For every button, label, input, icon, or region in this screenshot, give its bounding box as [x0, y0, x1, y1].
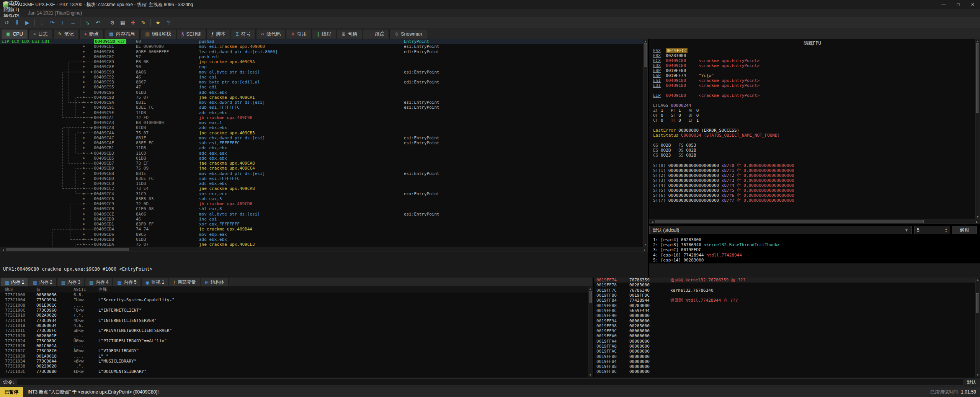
disasm-row[interactable]: ●00409C9F11DBadc ebx,ebx — [0, 110, 643, 115]
dump-tab-memory-3[interactable]: ▦内存 3 — [57, 278, 85, 286]
stack-row[interactable]: 0019FFB800000000 — [594, 364, 975, 369]
disasm-vertical-scrollbar[interactable]: ▲▼ — [643, 39, 648, 247]
comment-button[interactable]: ✎ — [138, 18, 149, 27]
disasm-row[interactable]: ●00409CD183F0 FFxor eax,FFFFFFFF — [0, 222, 643, 227]
register-line[interactable]: EDX 00409C80 <crackme upx.EntryPoint> — [653, 63, 974, 68]
register-line[interactable]: ST(3) 00000000000000000000 x87r3 空 0.000… — [653, 178, 974, 183]
stack-row[interactable]: 0019FF8477428944返回到 ntdll.77428944 自 ??? — [594, 298, 975, 303]
disasm-row[interactable]: ●00409C8DEB 0Bjmp crackme upx.409C9A — [0, 59, 643, 64]
menu-trace[interactable]: 跟踪(T) — [0, 7, 26, 13]
disasm-row[interactable]: ●00409CC011DBadc ebx,ebx — [0, 181, 643, 186]
disasm-row[interactable]: ●00409C9A8B1Emov ebx,dword ptr ds:[esi]e… — [0, 100, 643, 105]
register-line[interactable]: ST(2) 00000000000000000000 x87r2 空 0.000… — [653, 173, 974, 178]
stack-row[interactable]: 0019FF7476786359返回到 kernel32.76786359 自 … — [594, 278, 975, 283]
dump-tab-memory-1[interactable]: ▦内存 1 — [1, 278, 28, 286]
tab-seh[interactable]: §SEH链 — [176, 29, 206, 39]
register-line[interactable]: ESI 00409C80 <crackme upx.EntryPoint> — [653, 78, 974, 83]
tab-threads[interactable]: ∥线程 — [312, 29, 336, 39]
minimize-button[interactable]: — — [936, 0, 951, 9]
register-line[interactable] — [653, 158, 974, 163]
dump-vertical-scrollbar[interactable]: ▲▼ — [588, 287, 593, 377]
register-line[interactable]: ST(0) 00000000000000000000 x87r0 空 0.000… — [653, 163, 974, 168]
dump-tab-memory-4[interactable]: ▦内存 4 — [85, 278, 113, 286]
disasm-row[interactable]: ●00409CB975 09jne crackme upx.409CC4 — [0, 166, 643, 171]
tab-snowman[interactable]: ☃Snowman — [389, 29, 427, 39]
disasm-row[interactable]: ●00409C9246inc esi — [0, 75, 643, 80]
register-line[interactable]: ES 002B DS 002B — [653, 148, 974, 153]
pause-button[interactable]: ‖ — [12, 18, 22, 27]
stack-row[interactable]: 0019FF9000000000 — [594, 313, 975, 318]
dump-tab-watch-1[interactable]: ◉监视 1 — [141, 278, 169, 286]
trace-into-button[interactable]: ↘ — [82, 18, 93, 27]
registers-pane[interactable]: 隐藏FPU EAX 0019FFCCEBX 00283000ECX 00409C… — [649, 39, 975, 219]
disasm-row[interactable]: ●00409C81BE 00904000mov esi,crackme upx.… — [0, 44, 643, 49]
disasm-row[interactable]: ●00409CCE8A06mov al,byte ptr ds:[esi]esi… — [0, 212, 643, 217]
dump-row[interactable]: 773C1028001C001A.... — [0, 343, 588, 348]
tab-references[interactable]: ※引用 — [286, 29, 312, 39]
disasm-row[interactable]: ●00409CA3B8 01000000mov eax,1 — [0, 120, 643, 125]
dump-row[interactable]: 773C1010002A0028(.*. — [0, 313, 588, 318]
unlock-button[interactable]: 解锁 — [952, 226, 977, 234]
dump-tab-struct[interactable]: ⊞结构体 — [201, 278, 229, 286]
stack-row[interactable]: 0019FF7C76786340kernel32.76786340 — [594, 288, 975, 293]
register-line[interactable]: CF 0 TF 0 IF 1 — [653, 118, 974, 123]
stack-row[interactable]: 0019FF9800283000 — [594, 323, 975, 328]
dump-row[interactable]: 773C100C773CD960`Ù<wL"INTERNETCLIENT" — [0, 308, 588, 313]
disasm-row[interactable]: ●00409CB311C0adc eax,eax — [0, 151, 643, 156]
step-into-button[interactable]: ↓ — [37, 18, 47, 27]
disasm-row[interactable]: ●00409CB111DBadc ebx,ebx — [0, 145, 643, 150]
close-button[interactable]: ✕ — [965, 0, 980, 9]
step-over-button[interactable]: ↷ — [47, 18, 57, 27]
register-line[interactable]: LastStatus C0000034 (STATUS_OBJECT_NAME_… — [653, 133, 974, 138]
stack-row[interactable]: 0019FFA400000000 — [594, 339, 975, 344]
disasm-row[interactable]: ●00409CA172 EDjb crackme upx.409C90 — [0, 115, 643, 120]
disasm-row[interactable]: ●00409CC431C9xor ecx,ecxecx:EntryPoint — [0, 191, 643, 196]
register-line[interactable] — [653, 98, 974, 103]
registers-vertical-scrollbar[interactable]: ▲▼ — [975, 39, 980, 219]
command-input[interactable] — [17, 379, 963, 386]
stack-pane[interactable]: 0019FF7476786359返回到 kernel32.76786359 自 … — [594, 278, 975, 377]
dump-row[interactable]: 773C103800220020 .". — [0, 364, 588, 369]
dump-row[interactable]: 773C1014773CD9344Ù<wL"INTERNETCLIENTSERV… — [0, 318, 588, 323]
dump-row[interactable]: 773C102C773CD8C0ÀØ<wL"VIDEOSLIBRARY" — [0, 348, 588, 353]
disasm-row[interactable]: ●00409C9547inc edi — [0, 85, 643, 90]
disasm-row[interactable]: ●00409C8F90nop — [0, 64, 643, 69]
tab-memory-map[interactable]: ▤内存布局 — [104, 29, 140, 39]
menu-debug[interactable]: 调试(D) — [0, 0, 26, 7]
register-line[interactable] — [653, 123, 974, 128]
tab-notes[interactable]: ✎笔记 — [53, 29, 79, 39]
stack-row[interactable]: 0019FF9400000000 — [594, 318, 975, 323]
disasm-row[interactable]: ●00409C8C57push edi — [0, 54, 643, 59]
call-arguments[interactable]: 1: [esp+4] 002830002: [esp+8] 76786340 <… — [653, 237, 975, 263]
settings-button[interactable]: ⚙ — [107, 18, 118, 27]
disasm-row[interactable]: ●00409C938807mov byte ptr ds:[edi],aledi… — [0, 80, 643, 85]
register-line[interactable]: CS 0023 SS 002B — [653, 153, 974, 158]
tab-call-stack[interactable]: ▥调用堆栈 — [140, 29, 176, 39]
disasm-row[interactable]: ●00409CAA75 07jne crackme upx.409CB3 — [0, 131, 643, 136]
register-line[interactable]: GS 002B FS 0053 — [653, 143, 974, 148]
dump-row[interactable]: 773C1004773CD994”Ù<wL"Security-System-Ca… — [0, 297, 588, 302]
register-line[interactable]: ST(1) 00000000000000000000 x87r1 空 0.000… — [653, 168, 974, 173]
register-line[interactable]: ST(4) 00000000000000000000 x87r4 空 0.000… — [653, 183, 974, 188]
help-button[interactable]: ? — [163, 18, 173, 27]
stack-row[interactable]: 0019FFB400000000 — [594, 359, 975, 364]
dump-row[interactable]: 773C1018003600344.6. — [0, 323, 588, 328]
tab-script[interactable]: ƒ脚本 — [206, 29, 231, 39]
dump-tab-memory-5[interactable]: ▦内存 5 — [113, 278, 140, 286]
stack-row[interactable]: 0019FFA000000000 — [594, 333, 975, 338]
register-line[interactable]: ZF 1 PF 1 AF 0 — [653, 108, 974, 113]
register-line[interactable]: EDI 00409C80 <crackme upx.EntryPoint> — [653, 83, 974, 88]
call-argument-row[interactable]: 4: [esp+10] 77428944 ntdll.77428944 — [653, 253, 975, 258]
dump-row[interactable]: 773C101C773CD8FCüØ<wL"PRIVATENETWORKCLIE… — [0, 328, 588, 333]
favourites-button[interactable]: ★ — [153, 18, 163, 27]
run-button[interactable]: ▶ — [22, 18, 33, 27]
restart-button[interactable]: ↺ — [2, 18, 12, 27]
register-line[interactable]: ECX 00409C80 <crackme upx.EntryPoint> — [653, 58, 974, 63]
stack-row[interactable]: 0019FF9C00000000 — [594, 328, 975, 333]
stack-row[interactable]: 0019FF800019FFDC — [594, 293, 975, 298]
dump-tab-memory-2[interactable]: ▦内存 2 — [29, 278, 56, 286]
disasm-row[interactable]: ●00409C9601DBadd ebx,ebx — [0, 90, 643, 95]
register-line[interactable]: EAX 0019FFCC — [653, 48, 974, 53]
disasm-row[interactable]: ●00409CD801DBadd ebx,ebx — [0, 237, 643, 242]
disasm-row[interactable]: ●00409CAE83EE FCsub esi,FFFFFFFCesi:Entr… — [0, 141, 643, 145]
